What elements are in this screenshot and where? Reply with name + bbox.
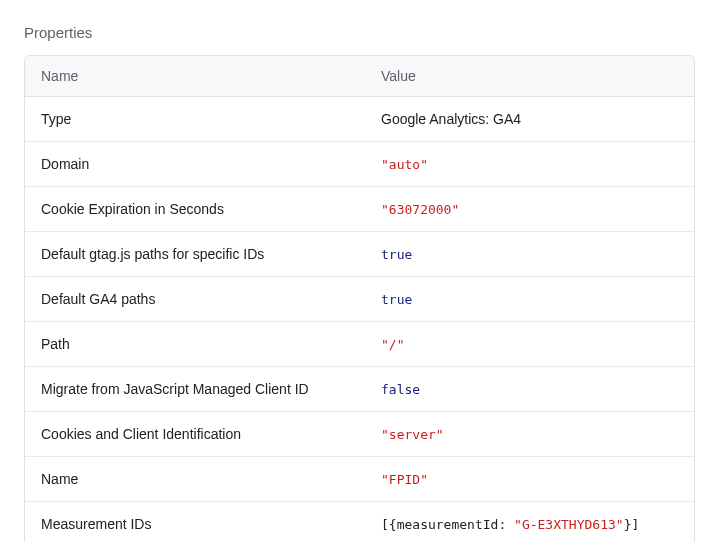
property-name: Migrate from JavaScript Managed Client I…	[25, 366, 365, 411]
value-string: "FPID"	[381, 472, 428, 487]
value-string: "/"	[381, 337, 404, 352]
property-value: "server"	[365, 411, 694, 456]
property-name: Path	[25, 321, 365, 366]
value-bool: false	[381, 382, 420, 397]
table-row: Default gtag.js paths for specific IDstr…	[25, 231, 694, 276]
property-name: Domain	[25, 141, 365, 186]
table-row: TypeGoogle Analytics: GA4	[25, 97, 694, 141]
property-value: "auto"	[365, 141, 694, 186]
value-object-pre: [{measurementId:	[381, 517, 514, 532]
table-row: Migrate from JavaScript Managed Client I…	[25, 366, 694, 411]
column-header-name: Name	[25, 56, 365, 97]
value-bool: true	[381, 247, 412, 262]
value-string: "auto"	[381, 157, 428, 172]
property-name: Cookies and Client Identification	[25, 411, 365, 456]
property-name: Name	[25, 456, 365, 501]
property-value: "63072000"	[365, 186, 694, 231]
value-plain: Google Analytics: GA4	[381, 111, 521, 127]
property-value: true	[365, 276, 694, 321]
property-name: Cookie Expiration in Seconds	[25, 186, 365, 231]
property-value: Google Analytics: GA4	[365, 97, 694, 141]
column-header-value: Value	[365, 56, 694, 97]
property-name: Default gtag.js paths for specific IDs	[25, 231, 365, 276]
value-bool: true	[381, 292, 412, 307]
property-value: "FPID"	[365, 456, 694, 501]
table-row: Default GA4 pathstrue	[25, 276, 694, 321]
table-row: Domain"auto"	[25, 141, 694, 186]
properties-table: Name Value TypeGoogle Analytics: GA4Doma…	[24, 55, 695, 542]
property-value: "/"	[365, 321, 694, 366]
property-value: [{measurementId: "G-E3XTHYD613"}]	[365, 501, 694, 542]
table-row: Path"/"	[25, 321, 694, 366]
property-name: Measurement IDs	[25, 501, 365, 542]
table-row: Measurement IDs[{measurementId: "G-E3XTH…	[25, 501, 694, 542]
table-row: Cookie Expiration in Seconds"63072000"	[25, 186, 694, 231]
table-row: Name"FPID"	[25, 456, 694, 501]
value-string: "63072000"	[381, 202, 459, 217]
property-name: Type	[25, 97, 365, 141]
value-object-post: }]	[624, 517, 640, 532]
value-string: "server"	[381, 427, 444, 442]
properties-heading: Properties	[24, 24, 695, 41]
property-name: Default GA4 paths	[25, 276, 365, 321]
property-value: true	[365, 231, 694, 276]
property-value: false	[365, 366, 694, 411]
value-object-string: "G-E3XTHYD613"	[514, 517, 624, 532]
table-row: Cookies and Client Identification"server…	[25, 411, 694, 456]
